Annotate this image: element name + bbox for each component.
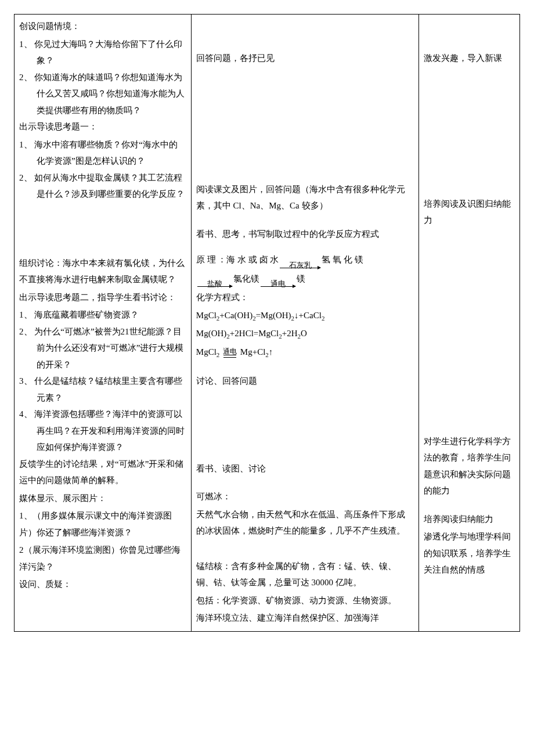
read-discuss: 看书、读图、讨论 — [196, 460, 414, 477]
purpose-cell: 激发兴趣，导入新课 培养阅读及识图归纳能力 对学生进行化学科学方法的教育，培养学… — [418, 15, 519, 632]
equation-label: 化学方程式： — [196, 289, 414, 306]
writing-text: 看书、思考，书写制取过程中的化学反应方程式 — [196, 226, 414, 243]
media-item-1: 1、（用多媒体展示课文中的海洋资源图片）你还了解哪些海洋资源？ — [19, 507, 186, 541]
situation-title: 创设问题情境： — [19, 18, 186, 35]
teacher-activity-cell: 创设问题情境： 1、 你见过大海吗？大海给你留下了什么印象？ 2、 你知道海水的… — [15, 15, 192, 632]
ask-text: 设问、质疑： — [19, 576, 186, 593]
discuss-title: 组织讨论：海水中本来就有氯化镁，为什么不直接将海水进行电解来制取金属镁呢？ — [19, 255, 186, 288]
arrow-hcl-icon: 盐酸 — [197, 280, 232, 287]
guide2-item-4: 4、 海洋资源包括哪些？海洋中的资源可以再生吗？在开发和利用海洋资源的同时应如何… — [19, 406, 186, 456]
electrolysis-equals-icon: 通电 — [223, 348, 237, 358]
includes-text: 包括：化学资源、矿物资源、动力资源、生物资源。 — [196, 592, 414, 609]
principle-label: 原 理 ： — [196, 251, 227, 268]
discuss-answer: 讨论、回答问题 — [196, 373, 414, 390]
equation-2: Mg(OH)2+2HCl=MgCl2+2H2O — [196, 325, 414, 343]
combustible-label: 可燃冰： — [196, 488, 414, 505]
note-2: 培养阅读及识图归纳能力 — [424, 196, 515, 229]
guide2-title: 出示导读思考题二，指导学生看书讨论： — [19, 289, 186, 306]
flow-node-4: 镁 — [297, 271, 305, 287]
guide1-item-2: 2、 如何从海水中提取金属镁？其工艺流程是什么？涉及到哪些重要的化学反应？ — [19, 170, 186, 203]
answer-1: 回答问题，各抒已见 — [196, 50, 414, 67]
flow-node-2: 氢 氧 化 镁 — [322, 251, 363, 268]
media-item-2: 2（展示海洋环境监测图）你曾见过哪些海洋污染？ — [19, 542, 186, 575]
note-5: 渗透化学与地理学科间的知识联系，培养学生关注自然的情感 — [424, 528, 515, 578]
equation-1: MgCl2+Ca(OH)2=Mg(OH)2↓+CaCl2 — [196, 307, 414, 325]
flow-node-1: 海 水 或 卤 水 — [226, 251, 279, 268]
situation-item-1: 1、 你见过大海吗？大海给你留下了什么印象？ — [19, 36, 186, 69]
note-3: 对学生进行化学科学方法的教育，培养学生问题意识和解决实际问题的能力 — [424, 433, 515, 499]
arrow-electro-icon: 通电 — [261, 280, 295, 287]
guide2-item-2: 2、 为什么“可燃冰”被誉为21世纪能源？目前为什么还没有对“可燃冰”进行大规模… — [19, 323, 186, 373]
principle-flow-1: 原 理 ： 海 水 或 卤 水 石灰乳 氢 氧 化 镁 — [196, 251, 414, 268]
law-text: 海洋环境立法、建立海洋自然保护区、加强海洋 — [196, 610, 414, 627]
equation-3: MgCl2 通电 Mg+Cl2↑ — [196, 344, 414, 361]
guide2-item-1: 1、 海底蕴藏着哪些矿物资源？ — [19, 307, 186, 323]
combustible-text: 天然气水合物，由天然气和水在低温、高压条件下形成的冰状固体，燃烧时产生的能量多，… — [196, 506, 414, 539]
student-activity-cell: 回答问题，各抒已见 阅读课文及图片，回答问题（海水中含有很多种化学元素，其中 C… — [191, 15, 418, 632]
lesson-plan-table: 创设问题情境： 1、 你见过大海吗？大海给你留下了什么印象？ 2、 你知道海水的… — [14, 14, 520, 632]
situation-item-2: 2、 你知道海水的味道吗？你想知道海水为什么又苦又咸吗？你想知道海水能为人类提供… — [19, 69, 186, 119]
media-title: 媒体显示、展示图片： — [19, 490, 186, 507]
principle-flow-2: 盐酸 氯化镁 通电 镁 — [196, 271, 414, 287]
manganese-text: 锰结核：含有多种金属的矿物，含有：锰、铁、镍、铜、钴、钛等金属，总量可达 300… — [196, 558, 414, 591]
arrow-lime-icon: 石灰乳 — [280, 261, 320, 268]
guide1-item-1: 1、 海水中溶有哪些物质？你对“海水中的化学资源”图是怎样认识的？ — [19, 136, 186, 170]
guide1-title: 出示导读思考题一： — [19, 118, 186, 135]
guide2-item-3: 3、 什么是锰结核？锰结核里主要含有哪些元素？ — [19, 373, 186, 406]
reading-text: 阅读课文及图片，回答问题（海水中含有很多种化学元素，其中 Cl、Na、Mg、Ca… — [196, 181, 414, 214]
note-4: 培养阅读归纳能力 — [424, 511, 515, 528]
feedback-text: 反馈学生的讨论结果，对“可燃冰”开采和储运中的问题做简单的解释。 — [19, 456, 186, 489]
note-1: 激发兴趣，导入新课 — [424, 50, 515, 67]
flow-node-3: 氯化镁 — [233, 271, 259, 287]
